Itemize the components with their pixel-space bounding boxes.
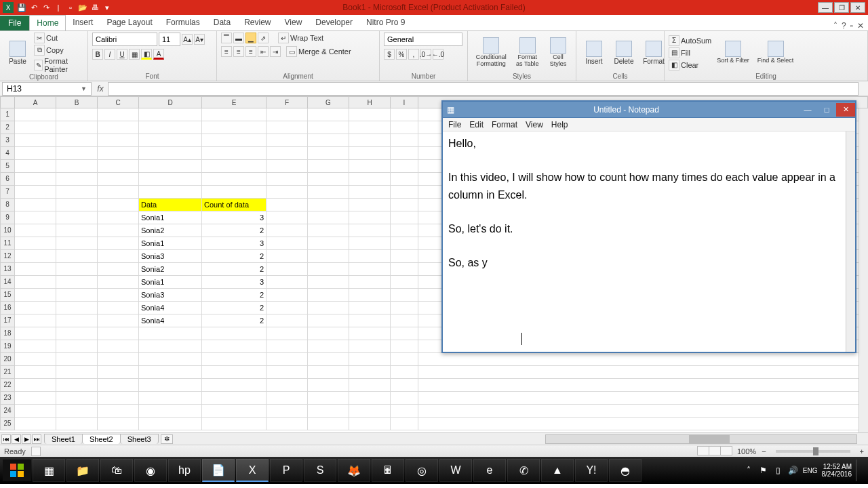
cell-A20[interactable]	[15, 353, 56, 366]
cell-C13[interactable]	[98, 263, 139, 276]
row-header-16[interactable]: 16	[0, 302, 15, 314]
comma-icon[interactable]: ,	[408, 49, 419, 60]
taskbar-item-skype[interactable]: S	[304, 459, 336, 482]
cell-E9[interactable]: 3	[202, 211, 267, 224]
notepad-menu-file[interactable]: File	[448, 120, 461, 129]
cell-I7[interactable]	[391, 186, 418, 199]
cell-F9[interactable]	[267, 211, 308, 224]
save-icon[interactable]: 💾	[16, 2, 27, 13]
cell-C9[interactable]	[98, 211, 139, 224]
border-button[interactable]: ▦	[129, 49, 140, 60]
cell-H14[interactable]	[349, 276, 391, 289]
sheet-nav-last-icon[interactable]: ⏭	[32, 434, 41, 444]
cell-G17[interactable]	[308, 314, 349, 327]
cell-A25[interactable]	[15, 418, 56, 430]
taskbar-item-firefox[interactable]: 🦊	[338, 459, 370, 482]
cell-G7[interactable]	[308, 186, 349, 199]
cell-E15[interactable]: 2	[202, 289, 267, 302]
cell-I24[interactable]	[391, 405, 418, 418]
notepad-menu-edit[interactable]: Edit	[469, 120, 484, 129]
ribbon-tab-home[interactable]: Home	[29, 15, 66, 30]
cell-I10[interactable]	[391, 224, 418, 237]
cell-E12[interactable]: 2	[202, 250, 267, 263]
taskbar-item-hp[interactable]: hp	[168, 459, 201, 482]
cell-I9[interactable]	[391, 211, 418, 224]
cell-H12[interactable]	[349, 250, 391, 263]
decrease-font-icon[interactable]: A▾	[194, 34, 205, 45]
tray-flag-icon[interactable]: ⚑	[758, 465, 769, 476]
cell-F8[interactable]	[267, 199, 308, 211]
cell-G15[interactable]	[308, 289, 349, 302]
cell-I22[interactable]	[391, 379, 418, 392]
row-header-5[interactable]: 5	[0, 160, 15, 173]
excel-maximize-button[interactable]: ❐	[834, 2, 849, 13]
cell-A13[interactable]	[15, 263, 56, 276]
cell-I13[interactable]	[391, 263, 418, 276]
cell-A3[interactable]	[15, 134, 56, 147]
sort-filter-button[interactable]: Sort & Filter	[714, 39, 752, 66]
notepad-menu-view[interactable]: View	[526, 120, 543, 129]
cell-G16[interactable]	[308, 302, 349, 314]
notepad-window[interactable]: ▦ Untitled - Notepad — □ ✕ File Edit For…	[441, 100, 856, 353]
row-header-6[interactable]: 6	[0, 173, 15, 186]
cell-A5[interactable]	[15, 160, 56, 173]
cell-A21[interactable]	[15, 366, 56, 379]
cell-C22[interactable]	[98, 379, 139, 392]
cell-E10[interactable]: 2	[202, 224, 267, 237]
cell-E3[interactable]	[202, 134, 267, 147]
cell-fill[interactable]	[418, 405, 868, 418]
fill-button[interactable]: ▤Fill	[669, 47, 711, 58]
taskbar-item-discord[interactable]: ◓	[609, 459, 642, 482]
cell-B1[interactable]	[56, 108, 98, 121]
column-header-A[interactable]: A	[15, 96, 56, 108]
cell-C23[interactable]	[98, 392, 139, 405]
cell-B5[interactable]	[56, 160, 98, 173]
cell-C5[interactable]	[98, 160, 139, 173]
cell-D23[interactable]	[139, 392, 202, 405]
cell-G2[interactable]	[308, 121, 349, 134]
cell-I11[interactable]	[391, 237, 418, 250]
cell-D24[interactable]	[139, 405, 202, 418]
cell-H22[interactable]	[349, 379, 391, 392]
cell-H11[interactable]	[349, 237, 391, 250]
cell-fill[interactable]	[418, 353, 868, 366]
cell-F13[interactable]	[267, 263, 308, 276]
cell-E24[interactable]	[202, 405, 267, 418]
paste-button[interactable]: Paste	[4, 39, 31, 66]
cell-F6[interactable]	[267, 173, 308, 186]
cell-G12[interactable]	[308, 250, 349, 263]
zoom-level[interactable]: 100%	[737, 447, 756, 455]
cell-A8[interactable]	[15, 199, 56, 211]
cell-B4[interactable]	[56, 147, 98, 160]
zoom-in-button[interactable]: +	[860, 447, 864, 455]
taskbar-item-yahoo[interactable]: Y!	[575, 459, 608, 482]
cell-G1[interactable]	[308, 108, 349, 121]
cell-F19[interactable]	[267, 340, 308, 353]
cell-H2[interactable]	[349, 121, 391, 134]
cell-F20[interactable]	[267, 353, 308, 366]
cell-C21[interactable]	[98, 366, 139, 379]
cell-F11[interactable]	[267, 237, 308, 250]
cell-D22[interactable]	[139, 379, 202, 392]
cell-I4[interactable]	[391, 147, 418, 160]
excel-minimize-button[interactable]: —	[818, 2, 833, 13]
page-break-view-icon[interactable]	[720, 446, 732, 455]
cell-F17[interactable]	[267, 314, 308, 327]
cell-E17[interactable]: 2	[202, 314, 267, 327]
cut-button[interactable]: ✂Cut	[34, 33, 83, 43]
clear-button[interactable]: ◧Clear	[669, 60, 711, 70]
cell-D7[interactable]	[139, 186, 202, 199]
cell-H24[interactable]	[349, 405, 391, 418]
cell-I14[interactable]	[391, 276, 418, 289]
row-header-10[interactable]: 10	[0, 224, 15, 237]
cell-G6[interactable]	[308, 173, 349, 186]
currency-icon[interactable]: $	[384, 49, 395, 60]
tray-volume-icon[interactable]: 🔊	[788, 465, 799, 476]
cell-E18[interactable]	[202, 327, 267, 340]
sheet-nav-first-icon[interactable]: ⏮	[1, 434, 11, 444]
column-header-C[interactable]: C	[98, 96, 139, 108]
cell-fill[interactable]	[418, 418, 868, 430]
cell-G14[interactable]	[308, 276, 349, 289]
sheet-nav-prev-icon[interactable]: ◀	[12, 434, 21, 444]
row-header-13[interactable]: 13	[0, 263, 15, 276]
